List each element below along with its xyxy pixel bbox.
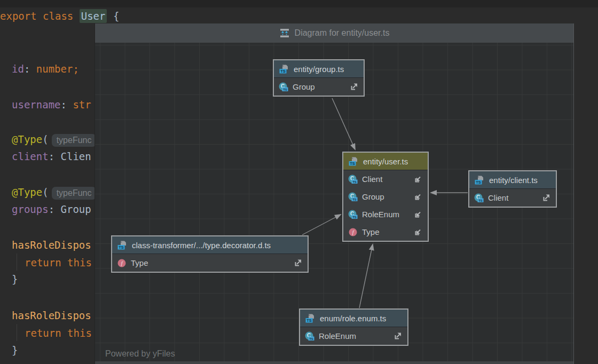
code-line: username: str	[12, 98, 91, 112]
code-token: return this	[25, 327, 92, 339]
code-line: }	[12, 272, 18, 287]
function-icon: f	[117, 258, 127, 268]
code-token: (	[42, 186, 48, 198]
member-row[interactable]: C TS Client	[343, 170, 428, 188]
edge-group-to-user	[332, 98, 355, 149]
indent-guide	[17, 254, 17, 271]
shown-in-diagram-icon[interactable]	[414, 192, 423, 201]
svg-text:TS: TS	[119, 245, 124, 250]
code-token: username	[12, 99, 61, 110]
node-header[interactable]: TS entity/group.ts	[274, 60, 364, 78]
node-header[interactable]: TS entity/user.ts	[343, 153, 428, 170]
code-line: @Type(typeFunc	[12, 185, 96, 200]
node-entity-client[interactable]: TS entity/client.ts C TS Client	[468, 170, 557, 208]
diagram-icon	[279, 28, 290, 38]
member-name: RoleEnum	[319, 331, 356, 341]
class-icon: C TS	[305, 331, 314, 341]
code-token: }	[12, 344, 18, 356]
code-token: Group	[61, 203, 91, 215]
open-in-editor-icon[interactable]	[394, 331, 403, 341]
code-token: str	[73, 99, 91, 110]
code-token: @Type	[12, 186, 42, 198]
member-name: Type	[131, 258, 148, 267]
node-role-enum[interactable]: TS enum/role.enum.ts C TS RoleEnum	[299, 308, 408, 346]
code-token: hasRoleDispos	[12, 310, 91, 321]
node-file-name: enum/role.enum.ts	[320, 314, 386, 323]
code-token: groups	[12, 203, 49, 215]
node-entity-group[interactable]: TS entity/group.ts C TS Group	[273, 59, 365, 97]
svg-text:TS: TS	[309, 337, 313, 340]
code-token: :	[49, 151, 61, 162]
code-token: :	[61, 99, 73, 110]
member-row[interactable]: C TS RoleEnum	[343, 205, 428, 223]
code-line: return this	[25, 326, 92, 341]
member-row[interactable]: f Type	[343, 223, 428, 241]
code-token: hasRoleDispos	[12, 239, 91, 251]
typescript-file-icon: TS	[348, 156, 358, 167]
svg-text:TS: TS	[352, 197, 357, 201]
diagram-titlebar: Diagram for entity/user.ts	[95, 23, 573, 43]
horizontal-scrollbar[interactable]	[95, 361, 573, 364]
code-token: :	[24, 63, 36, 75]
diagram-canvas[interactable]: TS entity/group.ts C TS Group	[95, 43, 573, 364]
member-row[interactable]: f Type	[112, 254, 308, 272]
class-icon: C TS	[474, 193, 484, 203]
typescript-file-icon: TS	[279, 64, 289, 74]
code-line: groups: Group	[12, 202, 91, 217]
svg-text:TS: TS	[350, 161, 355, 166]
code-token: (	[42, 133, 48, 145]
code-token: client	[12, 151, 49, 162]
node-file-name: entity/user.ts	[363, 157, 408, 166]
node-file-name: entity/client.ts	[489, 176, 538, 185]
code-line: client: Clien	[12, 149, 91, 164]
member-name: Client	[488, 193, 508, 202]
indent-guide	[17, 324, 17, 341]
shown-in-diagram-icon[interactable]	[414, 227, 423, 236]
code-token: id	[12, 63, 24, 75]
node-header[interactable]: TS entity/client.ts	[469, 171, 556, 189]
svg-text:TS: TS	[280, 69, 286, 74]
node-entity-user[interactable]: TS entity/user.ts C TS Client	[342, 152, 429, 242]
member-row[interactable]: C TS RoleEnum	[300, 327, 407, 345]
class-icon: C TS	[348, 175, 358, 184]
member-row[interactable]: C TS Client	[469, 189, 556, 207]
code-token: return this	[25, 257, 92, 268]
editor-top-strip	[0, 0, 598, 7]
member-name: Group	[293, 82, 315, 91]
node-class-transformer[interactable]: TS class-transformer/.../type.decorator.…	[111, 235, 309, 273]
function-icon: f	[348, 227, 358, 237]
code-line: export class User {	[0, 9, 119, 23]
member-name: Type	[362, 227, 380, 236]
node-header[interactable]: TS class-transformer/.../type.decorator.…	[112, 236, 308, 254]
member-row[interactable]: C TS Group	[274, 78, 364, 96]
edge-roleenum-to-user	[359, 244, 373, 308]
inlay-hint: typeFunc	[52, 187, 97, 200]
code-line: }	[12, 343, 18, 358]
node-file-name: entity/group.ts	[294, 65, 344, 74]
code-line: hasRoleDispos	[12, 238, 91, 252]
class-icon: C TS	[279, 82, 288, 92]
typescript-file-icon: TS	[474, 175, 484, 185]
code-token: export class	[0, 10, 80, 22]
svg-text:TS: TS	[306, 318, 312, 323]
typescript-file-icon: TS	[117, 240, 127, 250]
open-in-editor-icon[interactable]	[350, 82, 359, 91]
shown-in-diagram-icon[interactable]	[414, 210, 423, 219]
member-row[interactable]: C TS Group	[343, 188, 428, 205]
diagram-title: Diagram for entity/user.ts	[295, 28, 390, 38]
node-header[interactable]: TS enum/role.enum.ts	[300, 310, 407, 327]
code-token: number;	[36, 63, 79, 75]
member-name: RoleEnum	[362, 210, 399, 219]
open-in-editor-icon[interactable]	[294, 258, 303, 267]
open-in-editor-icon[interactable]	[542, 193, 551, 202]
code-token: Clien	[61, 151, 91, 162]
code-token: {	[107, 10, 119, 22]
code-token-highlighted: User	[80, 9, 107, 23]
edge-transformer-to-user	[302, 215, 341, 235]
svg-text:TS: TS	[352, 215, 357, 218]
typescript-file-icon: TS	[305, 313, 315, 323]
svg-text:TS: TS	[352, 180, 357, 183]
shown-in-diagram-icon[interactable]	[414, 175, 423, 184]
class-icon: C TS	[348, 192, 358, 202]
svg-text:TS: TS	[478, 199, 483, 202]
